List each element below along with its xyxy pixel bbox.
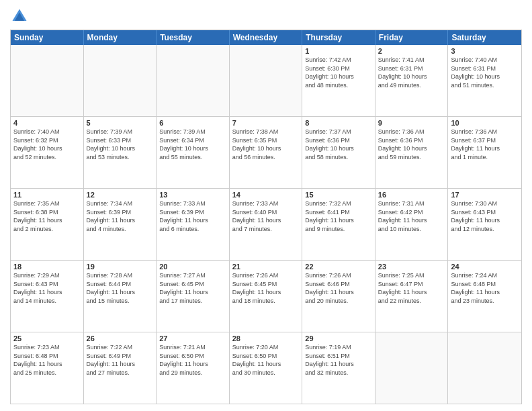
day-info: Sunrise: 7:34 AM Sunset: 6:39 PM Dayligh… (87, 199, 154, 233)
cal-header-friday: Friday (375, 30, 449, 45)
cal-header-thursday: Thursday (302, 30, 375, 45)
day-number: 11 (13, 191, 81, 199)
cal-day-28: 28Sunrise: 7:20 AM Sunset: 6:50 PM Dayli… (230, 332, 303, 404)
day-number: 28 (232, 334, 300, 342)
cal-day-9: 9Sunrise: 7:36 AM Sunset: 6:36 PM Daylig… (375, 117, 449, 188)
cal-day-29: 29Sunrise: 7:19 AM Sunset: 6:51 PM Dayli… (302, 332, 375, 404)
cal-day-13: 13Sunrise: 7:33 AM Sunset: 6:39 PM Dayli… (157, 189, 230, 260)
cal-week-0: 1Sunrise: 7:42 AM Sunset: 6:30 PM Daylig… (11, 45, 521, 116)
cal-day-1: 1Sunrise: 7:42 AM Sunset: 6:30 PM Daylig… (302, 45, 375, 116)
day-number: 17 (451, 191, 519, 199)
day-info: Sunrise: 7:36 AM Sunset: 6:37 PM Dayligh… (451, 128, 519, 161)
day-info: Sunrise: 7:42 AM Sunset: 6:30 PM Dayligh… (305, 56, 372, 89)
day-number: 5 (87, 119, 154, 127)
day-info: Sunrise: 7:31 AM Sunset: 6:42 PM Dayligh… (378, 199, 445, 233)
day-number: 12 (87, 191, 154, 199)
day-number: 19 (87, 263, 154, 271)
day-info: Sunrise: 7:20 AM Sunset: 6:50 PM Dayligh… (232, 343, 300, 377)
cal-day-8: 8Sunrise: 7:37 AM Sunset: 6:36 PM Daylig… (302, 117, 375, 188)
cal-week-2: 11Sunrise: 7:35 AM Sunset: 6:38 PM Dayli… (11, 188, 521, 260)
day-number: 27 (159, 334, 226, 342)
day-info: Sunrise: 7:39 AM Sunset: 6:34 PM Dayligh… (159, 128, 226, 161)
cal-empty-0-0 (11, 45, 84, 116)
cal-day-6: 6Sunrise: 7:39 AM Sunset: 6:34 PM Daylig… (157, 117, 230, 188)
day-info: Sunrise: 7:33 AM Sunset: 6:39 PM Dayligh… (159, 199, 226, 233)
cal-empty-0-3 (230, 45, 303, 116)
cal-day-20: 20Sunrise: 7:27 AM Sunset: 6:45 PM Dayli… (157, 261, 230, 332)
cal-day-22: 22Sunrise: 7:26 AM Sunset: 6:46 PM Dayli… (302, 261, 375, 332)
day-number: 24 (451, 263, 519, 271)
calendar-body: 1Sunrise: 7:42 AM Sunset: 6:30 PM Daylig… (11, 45, 521, 404)
day-info: Sunrise: 7:40 AM Sunset: 6:32 PM Dayligh… (13, 128, 81, 161)
day-info: Sunrise: 7:21 AM Sunset: 6:50 PM Dayligh… (159, 343, 226, 377)
day-number: 23 (378, 263, 445, 271)
day-info: Sunrise: 7:26 AM Sunset: 6:45 PM Dayligh… (232, 271, 300, 305)
day-number: 18 (13, 263, 81, 271)
day-info: Sunrise: 7:23 AM Sunset: 6:48 PM Dayligh… (13, 343, 81, 377)
day-number: 2 (378, 47, 445, 55)
day-number: 3 (451, 47, 519, 55)
day-info: Sunrise: 7:30 AM Sunset: 6:43 PM Dayligh… (451, 199, 519, 233)
cal-header-saturday: Saturday (448, 30, 521, 45)
cal-day-24: 24Sunrise: 7:24 AM Sunset: 6:48 PM Dayli… (448, 261, 521, 332)
day-number: 22 (305, 263, 372, 271)
day-info: Sunrise: 7:19 AM Sunset: 6:51 PM Dayligh… (305, 343, 372, 377)
day-info: Sunrise: 7:29 AM Sunset: 6:43 PM Dayligh… (13, 271, 81, 305)
cal-header-sunday: Sunday (11, 30, 84, 45)
day-info: Sunrise: 7:32 AM Sunset: 6:41 PM Dayligh… (305, 199, 372, 233)
day-number: 29 (305, 334, 372, 342)
day-number: 13 (159, 191, 226, 199)
cal-day-12: 12Sunrise: 7:34 AM Sunset: 6:39 PM Dayli… (84, 189, 157, 260)
day-number: 21 (232, 263, 300, 271)
day-info: Sunrise: 7:27 AM Sunset: 6:45 PM Dayligh… (159, 271, 226, 305)
day-number: 25 (13, 334, 81, 342)
cal-day-16: 16Sunrise: 7:31 AM Sunset: 6:42 PM Dayli… (375, 189, 449, 260)
day-info: Sunrise: 7:35 AM Sunset: 6:38 PM Dayligh… (13, 199, 81, 233)
cal-header-wednesday: Wednesday (230, 30, 303, 45)
day-number: 10 (451, 119, 519, 127)
day-number: 8 (305, 119, 372, 127)
cal-day-25: 25Sunrise: 7:23 AM Sunset: 6:48 PM Dayli… (11, 332, 84, 404)
day-number: 20 (159, 263, 226, 271)
cal-day-5: 5Sunrise: 7:39 AM Sunset: 6:33 PM Daylig… (84, 117, 157, 188)
day-number: 4 (13, 119, 81, 127)
cal-day-21: 21Sunrise: 7:26 AM Sunset: 6:45 PM Dayli… (230, 261, 303, 332)
calendar-header-row: SundayMondayTuesdayWednesdayThursdayFrid… (11, 30, 521, 45)
logo-icon (10, 7, 29, 26)
day-info: Sunrise: 7:37 AM Sunset: 6:36 PM Dayligh… (305, 128, 372, 161)
header (10, 7, 522, 26)
day-info: Sunrise: 7:33 AM Sunset: 6:40 PM Dayligh… (232, 199, 300, 233)
cal-header-monday: Monday (84, 30, 157, 45)
cal-day-11: 11Sunrise: 7:35 AM Sunset: 6:38 PM Dayli… (11, 189, 84, 260)
day-info: Sunrise: 7:36 AM Sunset: 6:36 PM Dayligh… (378, 128, 445, 161)
day-info: Sunrise: 7:26 AM Sunset: 6:46 PM Dayligh… (305, 271, 372, 305)
cal-day-7: 7Sunrise: 7:38 AM Sunset: 6:35 PM Daylig… (230, 117, 303, 188)
day-info: Sunrise: 7:39 AM Sunset: 6:33 PM Dayligh… (87, 128, 154, 161)
cal-day-17: 17Sunrise: 7:30 AM Sunset: 6:43 PM Dayli… (448, 189, 521, 260)
cal-day-26: 26Sunrise: 7:22 AM Sunset: 6:49 PM Dayli… (84, 332, 157, 404)
day-info: Sunrise: 7:24 AM Sunset: 6:48 PM Dayligh… (451, 271, 519, 305)
cal-empty-4-5 (375, 332, 449, 404)
day-info: Sunrise: 7:41 AM Sunset: 6:31 PM Dayligh… (378, 56, 445, 89)
day-number: 14 (232, 191, 300, 199)
cal-week-4: 25Sunrise: 7:23 AM Sunset: 6:48 PM Dayli… (11, 332, 521, 404)
day-info: Sunrise: 7:22 AM Sunset: 6:49 PM Dayligh… (87, 343, 154, 377)
cal-day-2: 2Sunrise: 7:41 AM Sunset: 6:31 PM Daylig… (375, 45, 449, 116)
cal-week-1: 4Sunrise: 7:40 AM Sunset: 6:32 PM Daylig… (11, 116, 521, 188)
calendar: SundayMondayTuesdayWednesdayThursdayFrid… (10, 30, 522, 404)
cal-header-tuesday: Tuesday (157, 30, 230, 45)
cal-day-4: 4Sunrise: 7:40 AM Sunset: 6:32 PM Daylig… (11, 117, 84, 188)
cal-day-27: 27Sunrise: 7:21 AM Sunset: 6:50 PM Dayli… (157, 332, 230, 404)
cal-day-15: 15Sunrise: 7:32 AM Sunset: 6:41 PM Dayli… (302, 189, 375, 260)
logo (10, 7, 32, 26)
cal-day-3: 3Sunrise: 7:40 AM Sunset: 6:31 PM Daylig… (448, 45, 521, 116)
page: SundayMondayTuesdayWednesdayThursdayFrid… (0, 0, 532, 411)
day-number: 16 (378, 191, 445, 199)
cal-empty-0-1 (84, 45, 157, 116)
cal-week-3: 18Sunrise: 7:29 AM Sunset: 6:43 PM Dayli… (11, 260, 521, 332)
day-number: 26 (87, 334, 154, 342)
cal-empty-4-6 (448, 332, 521, 404)
day-info: Sunrise: 7:28 AM Sunset: 6:44 PM Dayligh… (87, 271, 154, 305)
day-info: Sunrise: 7:25 AM Sunset: 6:47 PM Dayligh… (378, 271, 445, 305)
day-number: 9 (378, 119, 445, 127)
